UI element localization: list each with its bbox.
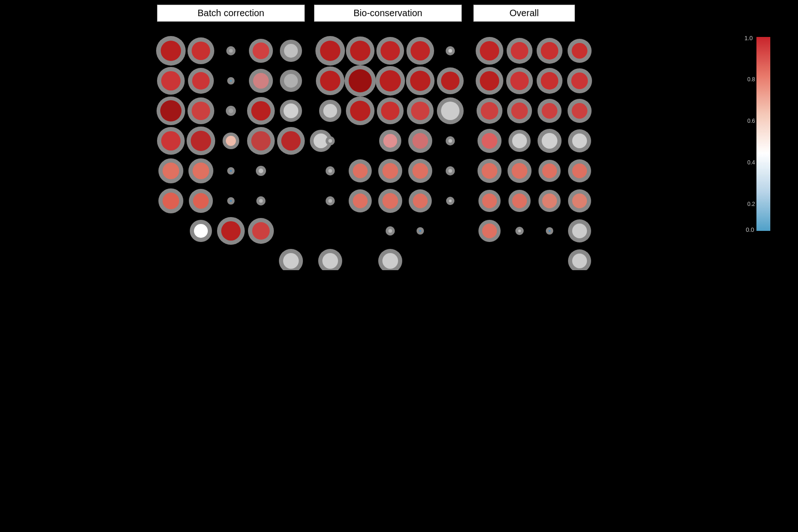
svg-point-91 — [381, 102, 399, 120]
svg-point-183 — [518, 230, 521, 232]
svg-point-3 — [192, 42, 210, 60]
colorbar-tick-2: 0.6 — [747, 118, 755, 124]
colorbar-min-label: 0.0 — [746, 226, 754, 233]
svg-point-17 — [253, 73, 269, 89]
svg-point-25 — [229, 109, 233, 113]
svg-point-111 — [412, 163, 428, 179]
svg-point-131 — [382, 253, 398, 269]
svg-point-45 — [193, 163, 209, 179]
svg-point-89 — [350, 101, 370, 121]
svg-point-163 — [572, 133, 587, 148]
svg-point-149 — [481, 102, 498, 120]
svg-point-99 — [383, 134, 397, 148]
svg-point-55 — [230, 200, 232, 202]
svg-point-23 — [192, 102, 210, 120]
svg-point-61 — [221, 221, 241, 241]
svg-point-97 — [328, 139, 332, 143]
colorbar-tick-1: 0.8 — [747, 76, 755, 83]
svg-point-79 — [349, 69, 372, 92]
svg-point-169 — [542, 163, 557, 178]
svg-point-151 — [511, 103, 528, 119]
svg-point-5 — [229, 49, 233, 53]
svg-point-57 — [259, 199, 263, 203]
svg-point-159 — [512, 133, 527, 148]
svg-point-21 — [160, 100, 181, 121]
svg-point-109 — [382, 163, 398, 179]
svg-point-165 — [482, 163, 497, 179]
svg-point-29 — [284, 103, 298, 118]
svg-point-95 — [441, 102, 459, 120]
svg-point-67 — [320, 41, 340, 61]
svg-point-143 — [510, 72, 529, 90]
svg-point-179 — [572, 193, 587, 208]
svg-point-181 — [482, 224, 497, 238]
svg-point-81 — [380, 70, 401, 91]
overall-header: Overall — [473, 5, 575, 22]
svg-point-119 — [382, 193, 398, 209]
svg-point-105 — [328, 169, 332, 173]
svg-point-35 — [226, 136, 236, 146]
svg-point-87 — [323, 104, 337, 118]
svg-point-123 — [449, 200, 452, 202]
svg-point-145 — [541, 72, 558, 90]
svg-point-107 — [353, 163, 368, 178]
svg-point-153 — [542, 103, 557, 119]
svg-point-85 — [441, 72, 459, 90]
svg-point-127 — [419, 230, 421, 232]
svg-point-175 — [512, 193, 527, 208]
svg-point-157 — [482, 133, 497, 149]
svg-point-101 — [412, 133, 428, 149]
svg-point-1 — [161, 41, 181, 61]
svg-point-117 — [353, 193, 368, 208]
svg-point-141 — [480, 71, 499, 91]
batch-correction-header: Batch correction — [157, 5, 305, 22]
svg-point-65 — [283, 253, 299, 269]
svg-point-13 — [192, 72, 210, 90]
colorbar-tick-3: 0.4 — [747, 159, 755, 166]
svg-point-139 — [572, 43, 587, 59]
svg-point-51 — [163, 193, 179, 209]
svg-point-49 — [259, 169, 263, 173]
svg-point-129 — [322, 253, 338, 269]
svg-point-171 — [572, 163, 587, 178]
svg-point-103 — [448, 139, 452, 143]
svg-point-69 — [350, 41, 370, 61]
svg-point-37 — [251, 131, 271, 151]
svg-point-63 — [252, 222, 270, 240]
svg-point-77 — [320, 71, 340, 91]
svg-point-19 — [284, 74, 298, 88]
svg-point-93 — [411, 102, 429, 120]
svg-point-47 — [230, 170, 232, 172]
svg-point-137 — [541, 42, 558, 60]
svg-point-121 — [413, 193, 428, 208]
colorbar — [756, 37, 770, 231]
svg-point-147 — [571, 73, 588, 89]
colorbar-max-label: 1.0 — [744, 35, 753, 42]
svg-point-31 — [161, 131, 181, 151]
colorbar-tick-4: 0.2 — [747, 201, 755, 207]
bio-conservation-header: Bio-conservation — [314, 5, 462, 22]
svg-point-53 — [193, 193, 209, 209]
svg-point-115 — [328, 199, 332, 203]
svg-point-27 — [251, 101, 271, 121]
svg-point-125 — [388, 229, 392, 233]
svg-point-75 — [448, 49, 452, 53]
svg-point-173 — [482, 193, 497, 208]
svg-point-7 — [253, 42, 269, 59]
svg-point-167 — [512, 163, 527, 179]
svg-point-11 — [161, 71, 181, 91]
svg-point-133 — [480, 41, 499, 60]
chart-container: Batch correction Bio-conservation Overal… — [0, 0, 798, 277]
svg-point-71 — [381, 41, 400, 60]
svg-point-185 — [549, 230, 550, 232]
dots-chart — [152, 30, 707, 270]
svg-point-15 — [230, 80, 232, 82]
svg-point-187 — [572, 224, 587, 238]
svg-point-59 — [194, 224, 208, 238]
svg-point-177 — [542, 193, 557, 208]
svg-point-83 — [410, 71, 430, 91]
svg-point-155 — [572, 103, 587, 119]
svg-point-189 — [572, 254, 587, 268]
svg-point-43 — [163, 163, 179, 179]
svg-point-39 — [281, 131, 301, 151]
